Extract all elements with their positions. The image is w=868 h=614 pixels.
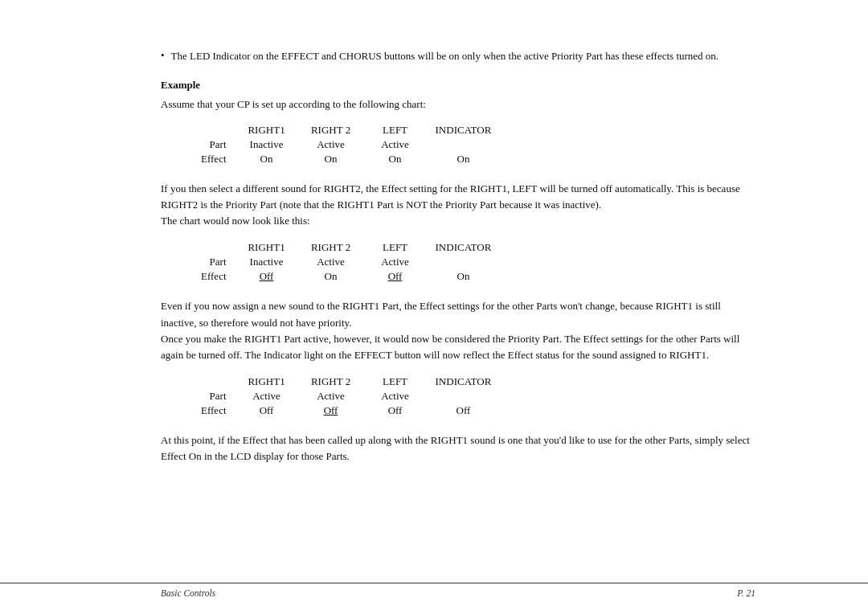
chart1-effect-right2: On <box>299 152 363 166</box>
chart2-col-right2: RIGHT 2 <box>299 240 363 255</box>
chart2-effect-left: Off <box>363 269 428 284</box>
chart1-col-left: LEFT <box>363 123 428 137</box>
footer: Basic Controls P. 21 <box>0 583 868 598</box>
chart2-col-right1: RIGHT1 <box>235 240 299 255</box>
chart1-part-indicator <box>428 137 500 152</box>
chart2-table: RIGHT1 RIGHT 2 LEFT INDICATOR Part Inact… <box>193 240 499 284</box>
chart3-part-right2: Active <box>299 389 363 403</box>
chart1-header-row: RIGHT1 RIGHT 2 LEFT INDICATOR <box>193 123 499 137</box>
bullet-section: • The LED Indicator on the EFFECT and CH… <box>161 48 755 64</box>
chart1-effect-indicator: On <box>428 152 500 166</box>
chart2-effect-right1: Off <box>235 269 299 284</box>
bullet-dot: • <box>161 49 165 62</box>
chart2-effect-label: Effect <box>193 269 235 284</box>
chart3-effect-left: Off <box>363 403 428 418</box>
chart3-table: RIGHT1 RIGHT 2 LEFT INDICATOR Part Activ… <box>193 375 499 418</box>
footer-left: Basic Controls <box>161 588 215 598</box>
assume-text: Assume that your CP is set up according … <box>161 96 755 113</box>
bullet-text: The LED Indicator on the EFFECT and CHOR… <box>171 48 755 64</box>
chart2-empty-header <box>193 240 235 255</box>
chart2-part-indicator <box>428 255 500 269</box>
chart2-header-row: RIGHT1 RIGHT 2 LEFT INDICATOR <box>193 240 499 255</box>
chart3-part-right1: Active <box>235 389 299 403</box>
chart2-part-left: Active <box>363 255 428 269</box>
chart1-part-right2: Active <box>299 137 363 152</box>
para1-text: If you then select a different sound for… <box>161 182 740 211</box>
chart1-effect-label: Effect <box>193 152 235 166</box>
chart3-row-part: Part Active Active Active <box>193 389 499 403</box>
chart1-col-right1: RIGHT1 <box>235 123 299 137</box>
chart3-effect-indicator: Off <box>428 403 500 418</box>
chart3-effect-right2: Off <box>299 403 363 418</box>
chart2-part-right1: Inactive <box>235 255 299 269</box>
chart3-col-right2: RIGHT 2 <box>299 375 363 389</box>
para3-text: At this point, if the Effect that has be… <box>161 434 750 462</box>
chart3-effect-label: Effect <box>193 403 235 418</box>
chart3-effect-right1: Off <box>235 403 299 418</box>
chart2-row-effect: Effect Off On Off On <box>193 269 499 284</box>
chart3-col-right1: RIGHT1 <box>235 375 299 389</box>
para2b-text: Once you make the RIGHT1 Part active, ho… <box>161 333 739 361</box>
chart1-col-right2: RIGHT 2 <box>299 123 363 137</box>
para1b-text: The chart would now look like this: <box>161 215 310 227</box>
chart2-col-indicator: INDICATOR <box>428 240 500 255</box>
chart3-row-effect: Effect Off Off Off Off <box>193 403 499 418</box>
para3: At this point, if the Effect that has be… <box>161 432 755 465</box>
chart1-part-right1: Inactive <box>235 137 299 152</box>
chart3-part-left: Active <box>363 389 428 403</box>
para1: If you then select a different sound for… <box>161 181 755 229</box>
chart1-effect-left: On <box>363 152 428 166</box>
chart3-part-label: Part <box>193 389 235 403</box>
chart2-part-label: Part <box>193 255 235 269</box>
chart1-col-indicator: INDICATOR <box>428 123 500 137</box>
chart2: RIGHT1 RIGHT 2 LEFT INDICATOR Part Inact… <box>161 240 755 284</box>
chart2-effect-indicator: On <box>428 269 500 284</box>
chart1-row-effect: Effect On On On On <box>193 152 499 166</box>
chart1-effect-right1: On <box>235 152 299 166</box>
bullet-item: • The LED Indicator on the EFFECT and CH… <box>161 48 755 64</box>
chart1: RIGHT1 RIGHT 2 LEFT INDICATOR Part Inact… <box>161 123 755 166</box>
chart1-row-part: Part Inactive Active Active <box>193 137 499 152</box>
example-heading: Example <box>161 79 755 92</box>
chart3: RIGHT1 RIGHT 2 LEFT INDICATOR Part Activ… <box>161 375 755 418</box>
chart3-header-row: RIGHT1 RIGHT 2 LEFT INDICATOR <box>193 375 499 389</box>
para2a-text: Even if you now assign a new sound to th… <box>161 300 721 328</box>
page: • The LED Indicator on the EFFECT and CH… <box>0 0 868 614</box>
chart3-part-indicator <box>428 389 500 403</box>
chart2-effect-right2: On <box>299 269 363 284</box>
chart1-table: RIGHT1 RIGHT 2 LEFT INDICATOR Part Inact… <box>193 123 499 166</box>
chart1-empty-header <box>193 123 235 137</box>
chart2-col-left: LEFT <box>363 240 428 255</box>
chart2-row-part: Part Inactive Active Active <box>193 255 499 269</box>
chart3-empty-header <box>193 375 235 389</box>
chart3-col-left: LEFT <box>363 375 428 389</box>
chart3-col-indicator: INDICATOR <box>428 375 500 389</box>
para2: Even if you now assign a new sound to th… <box>161 298 755 363</box>
chart1-part-left: Active <box>363 137 428 152</box>
footer-right: P. 21 <box>737 588 755 598</box>
chart1-part-label: Part <box>193 137 235 152</box>
chart2-part-right2: Active <box>299 255 363 269</box>
